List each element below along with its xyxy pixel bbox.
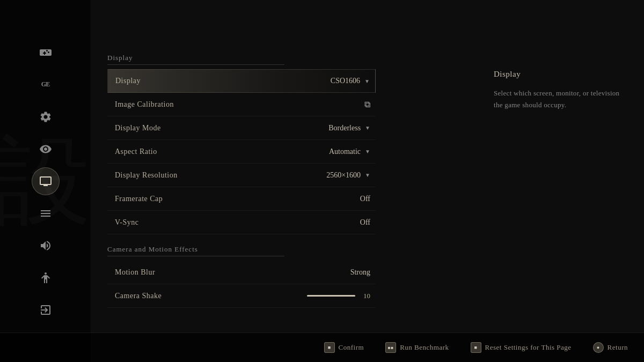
setting-image-calibration[interactable]: Image Calibration ⧉ [107, 93, 376, 116]
camera-shake-number: 10 [360, 292, 370, 300]
aspect-ratio-label: Aspect Ratio [115, 147, 157, 156]
motion-section: Camera and Motion Effects Motion Blur St… [107, 245, 478, 308]
sidebar-item-ge[interactable]: GE [32, 71, 60, 99]
display-resolution-arrow: ▼ [365, 172, 370, 178]
camera-shake-fill [307, 295, 355, 297]
run-benchmark-button[interactable]: ■■ Run Benchmark [385, 342, 449, 353]
display-monitor-arrow: ▼ [364, 78, 370, 84]
sidebar-item-gamepad[interactable] [32, 39, 60, 67]
setting-display-resolution[interactable]: Display Resolution 2560×1600 ▼ [107, 164, 376, 187]
reset-settings-button[interactable]: ■ Reset Settings for This Page [471, 342, 572, 353]
return-button[interactable]: ● Return [593, 342, 628, 353]
sidebar-item-eye[interactable] [32, 135, 60, 163]
display-monitor-label: Display [115, 77, 141, 85]
display-resolution-label: Display Resolution [115, 171, 178, 180]
setting-framerate-cap[interactable]: Framerate Cap Off [107, 187, 376, 211]
confirm-label: Confirm [339, 343, 364, 352]
image-calibration-icon: ⧉ [364, 100, 370, 109]
sidebar-item-audio[interactable] [32, 232, 60, 260]
sidebar-item-gear[interactable] [32, 103, 60, 131]
motion-section-header: Camera and Motion Effects [107, 245, 284, 256]
sidebar: GE [0, 0, 91, 362]
return-icon: ● [593, 342, 604, 353]
svg-point-0 [45, 272, 47, 275]
confirm-button[interactable]: ■ Confirm [324, 342, 364, 353]
motion-blur-label: Motion Blur [115, 268, 155, 277]
framerate-cap-value: Off [360, 195, 370, 203]
camera-shake-slider-container[interactable]: 10 [307, 292, 370, 300]
setting-aspect-ratio[interactable]: Aspect Ratio Automatic ▼ [107, 140, 376, 164]
display-resolution-value: 2560×1600 ▼ [326, 171, 370, 180]
confirm-icon: ■ [324, 342, 335, 353]
display-mode-value: Borderless ▼ [328, 124, 370, 132]
sidebar-item-exit[interactable] [32, 296, 60, 324]
run-benchmark-label: Run Benchmark [400, 343, 449, 352]
setting-display-mode[interactable]: Display Mode Borderless ▼ [107, 116, 376, 140]
aspect-ratio-arrow: ▼ [365, 149, 370, 154]
camera-shake-value: 10 [307, 292, 370, 300]
reset-settings-label: Reset Settings for This Page [485, 343, 572, 352]
setting-display-monitor[interactable]: Display CSO1606 ▼ [107, 69, 376, 93]
vsync-label: V-Sync [115, 218, 139, 227]
setting-camera-shake[interactable]: Camera Shake 10 [107, 284, 376, 308]
display-section-header: Display [107, 54, 284, 65]
setting-motion-blur[interactable]: Motion Blur Strong [107, 261, 376, 284]
display-settings-list: Display CSO1606 ▼ Image Calibration ⧉ Di… [107, 69, 376, 234]
camera-shake-label: Camera Shake [115, 292, 162, 300]
vsync-value: Off [360, 218, 370, 227]
main-content: Display Display CSO1606 ▼ Image Calibrat… [91, 0, 494, 338]
motion-settings-list: Motion Blur Strong Camera Shake 10 [107, 261, 376, 308]
right-panel: Display Select which screen, monitor, or… [478, 0, 644, 338]
reset-settings-icon: ■ [471, 342, 481, 353]
right-panel-title: Display [494, 70, 628, 79]
framerate-cap-label: Framerate Cap [115, 195, 163, 203]
aspect-ratio-value: Automatic ▼ [329, 147, 370, 156]
display-mode-arrow: ▼ [365, 125, 370, 131]
sidebar-item-controls[interactable] [32, 200, 60, 227]
sidebar-item-display[interactable] [32, 167, 60, 195]
display-monitor-value: CSO1606 ▼ [331, 77, 370, 85]
sidebar-item-accessibility[interactable] [32, 264, 60, 292]
display-mode-label: Display Mode [115, 124, 161, 132]
image-calibration-label: Image Calibration [115, 100, 174, 109]
motion-blur-value: Strong [350, 268, 370, 277]
bottom-bar: ■ Confirm ■■ Run Benchmark ■ Reset Setti… [0, 333, 644, 362]
setting-vsync[interactable]: V-Sync Off [107, 211, 376, 234]
return-label: Return [608, 343, 628, 352]
run-benchmark-icon: ■■ [385, 342, 396, 353]
display-section: Display Display CSO1606 ▼ Image Calibrat… [107, 54, 478, 234]
right-panel-description: Select which screen, monitor, or televis… [494, 87, 628, 111]
camera-shake-track [307, 295, 355, 297]
